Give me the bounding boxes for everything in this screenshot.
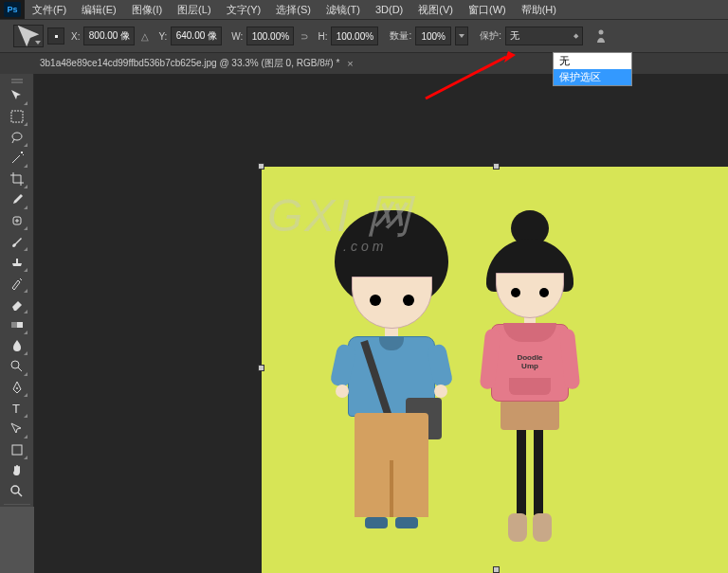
- h-input[interactable]: [331, 27, 378, 45]
- svg-point-2: [12, 133, 22, 140]
- toolbar-grip[interactable]: [6, 78, 28, 85]
- protect-skin-icon[interactable]: [594, 28, 608, 44]
- canvas-area[interactable]: Doodle Ump: [34, 74, 728, 573]
- menu-window[interactable]: 窗口(W): [461, 3, 514, 17]
- amount-input[interactable]: [415, 27, 451, 45]
- lasso-tool[interactable]: [6, 127, 28, 148]
- svg-point-7: [16, 387, 18, 389]
- amount-label: 数量:: [390, 29, 411, 43]
- move-icon: [14, 22, 43, 50]
- clone-stamp-tool[interactable]: [6, 252, 28, 273]
- link-wh-icon[interactable]: ⊃: [298, 28, 311, 44]
- hand-tool[interactable]: [6, 460, 28, 481]
- canvas[interactable]: Doodle Ump: [262, 167, 728, 573]
- options-bar: X: △ Y: W: ⊃ H: 数量: 保护: 无: [0, 19, 728, 53]
- dodge-tool[interactable]: [6, 356, 28, 377]
- x-label: X:: [71, 31, 80, 42]
- crop-tool[interactable]: [6, 169, 28, 189]
- eyedropper-tool[interactable]: [6, 189, 28, 210]
- illustration-girl: Doodle Ump: [468, 210, 592, 542]
- y-label: Y:: [158, 31, 167, 42]
- menu-layer[interactable]: 图层(L): [170, 3, 218, 17]
- menu-image[interactable]: 图像(I): [124, 3, 170, 17]
- zoom-tool[interactable]: [6, 481, 28, 502]
- brush-tool[interactable]: [6, 231, 28, 252]
- svg-rect-9: [12, 445, 22, 455]
- menu-select[interactable]: 选择(S): [268, 3, 318, 17]
- type-tool[interactable]: T: [6, 398, 28, 419]
- history-brush-tool[interactable]: [6, 273, 28, 294]
- gradient-tool[interactable]: [6, 314, 28, 335]
- protect-label: 保护:: [480, 29, 501, 43]
- menu-file[interactable]: 文件(F): [25, 3, 74, 17]
- move-tool[interactable]: [6, 85, 28, 106]
- magic-wand-tool[interactable]: [6, 148, 28, 169]
- tools-panel: T: [0, 74, 34, 507]
- svg-point-6: [11, 361, 19, 368]
- menu-type[interactable]: 文字(Y): [219, 3, 269, 17]
- transform-handle-bottom-middle[interactable]: [493, 566, 500, 573]
- svg-rect-1: [11, 111, 23, 122]
- w-label: W:: [231, 31, 243, 42]
- tool-preset-picker[interactable]: [13, 25, 44, 47]
- transform-handle-middle-left[interactable]: [258, 365, 264, 371]
- menu-help[interactable]: 帮助(H): [514, 3, 564, 17]
- protect-option-none[interactable]: 无: [554, 53, 631, 69]
- svg-rect-5: [11, 322, 17, 328]
- h-label: H:: [318, 31, 327, 42]
- amount-dropdown-button[interactable]: [455, 27, 468, 45]
- marquee-tool[interactable]: [6, 106, 28, 127]
- menu-view[interactable]: 视图(V): [410, 3, 461, 17]
- tab-close-icon[interactable]: ×: [347, 58, 353, 69]
- protect-select[interactable]: 无: [505, 27, 583, 45]
- blur-tool[interactable]: [6, 335, 28, 356]
- protect-value: 无: [510, 29, 519, 43]
- transform-handle-top-left[interactable]: [258, 163, 264, 170]
- protect-option-selection[interactable]: 保护选区: [554, 69, 631, 85]
- transform-handle-top-middle[interactable]: [493, 163, 500, 170]
- document-tab[interactable]: 3b1a48e89ce14cd99ffbd536b7cb625e.jpg @ 3…: [40, 57, 354, 70]
- menu-bar: Ps 文件(F) 编辑(E) 图像(I) 图层(L) 文字(Y) 选择(S) 滤…: [0, 0, 728, 19]
- pen-tool[interactable]: [6, 377, 28, 398]
- ps-logo: Ps: [0, 0, 25, 19]
- toolbar-separator: [4, 504, 30, 505]
- svg-point-0: [598, 30, 603, 35]
- y-input[interactable]: [171, 27, 222, 45]
- delta-icon[interactable]: △: [138, 28, 152, 44]
- menu-edit[interactable]: 编辑(E): [74, 3, 124, 17]
- shape-tool[interactable]: [6, 439, 28, 460]
- w-input[interactable]: [246, 27, 294, 45]
- svg-text:T: T: [12, 402, 20, 416]
- illustration-boy: [311, 210, 472, 528]
- svg-point-10: [11, 486, 19, 493]
- reference-point-selector[interactable]: [47, 27, 64, 45]
- path-selection-tool[interactable]: [6, 419, 28, 439]
- protect-dropdown-menu: 无 保护选区: [553, 52, 632, 86]
- eraser-tool[interactable]: [6, 294, 28, 314]
- menu-filter[interactable]: 滤镜(T): [318, 3, 368, 17]
- x-input[interactable]: [83, 27, 135, 45]
- menu-3d[interactable]: 3D(D): [368, 4, 410, 15]
- document-tab-title: 3b1a48e89ce14cd99ffbd536b7cb625e.jpg @ 3…: [40, 57, 339, 70]
- healing-brush-tool[interactable]: [6, 210, 28, 231]
